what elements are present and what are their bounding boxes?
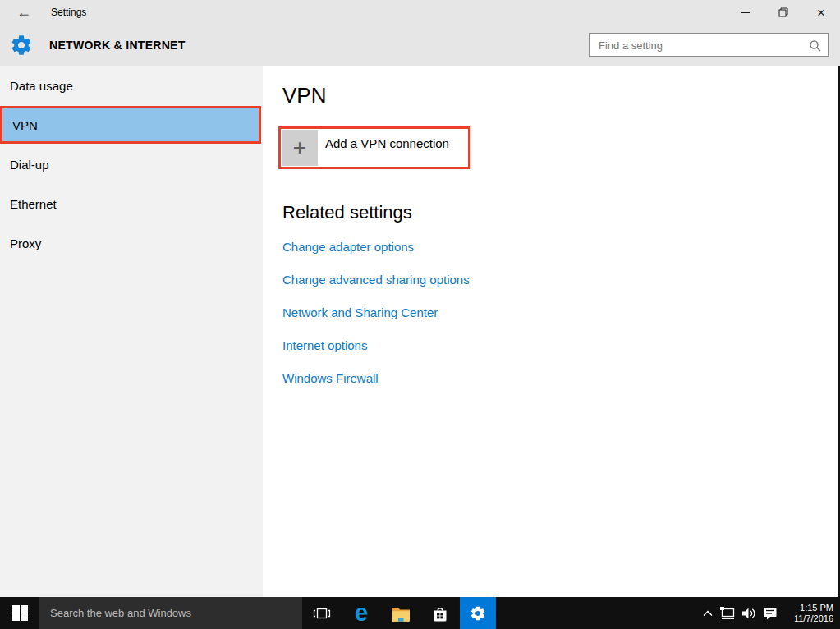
back-button[interactable]: ← xyxy=(11,0,36,25)
sidebar-item-proxy[interactable]: Proxy xyxy=(0,223,263,263)
list-item: Internet options xyxy=(282,328,838,361)
edge-browser-button[interactable]: e xyxy=(342,597,381,629)
edge-icon: e xyxy=(355,601,368,625)
sidebar-item-data-usage[interactable]: Data usage xyxy=(0,66,263,105)
window-title: Settings xyxy=(51,0,86,25)
add-vpn-connection-button[interactable]: + Add a VPN connection xyxy=(278,126,470,169)
settings-window-body: Data usage VPN Dial-up Ethernet Proxy VP… xyxy=(0,66,838,597)
sidebar-item-label: Dial-up xyxy=(10,158,49,172)
settings-gear-icon xyxy=(10,34,33,57)
sidebar-item-ethernet[interactable]: Ethernet xyxy=(0,184,263,223)
page-title: VPN xyxy=(282,82,838,108)
tray-action-center-button[interactable] xyxy=(760,597,781,629)
find-setting-input[interactable] xyxy=(590,34,828,56)
restore-button[interactable] xyxy=(764,0,802,25)
tray-network-button[interactable] xyxy=(717,597,738,629)
related-settings-title: Related settings xyxy=(282,202,838,223)
plus-tile: + xyxy=(282,130,318,166)
close-icon: × xyxy=(817,6,825,20)
titlebar: ← Settings × xyxy=(0,0,840,25)
related-settings-links: Change adapter options Change advanced s… xyxy=(282,230,838,394)
taskbar-clock[interactable]: 1:15 PM 11/7/2016 xyxy=(781,597,840,629)
taskbar-spacer xyxy=(496,597,699,629)
main-content: VPN + Add a VPN connection Related setti… xyxy=(263,66,838,597)
folder-icon xyxy=(390,604,411,622)
list-item: Change adapter options xyxy=(282,230,838,263)
link-network-and-sharing-center[interactable]: Network and Sharing Center xyxy=(282,305,438,319)
sidebar-item-vpn[interactable]: VPN xyxy=(0,106,261,144)
back-arrow-icon: ← xyxy=(16,4,31,21)
minimize-icon xyxy=(741,12,750,13)
taskbar-searchbox[interactable] xyxy=(39,597,302,629)
list-item: Change advanced sharing options xyxy=(282,263,838,296)
sidebar-item-label: Proxy xyxy=(10,236,41,250)
action-center-icon xyxy=(763,606,778,620)
link-internet-options[interactable]: Internet options xyxy=(282,338,367,352)
list-item: Windows Firewall xyxy=(282,361,838,394)
page-category-title: NETWORK & INTERNET xyxy=(49,33,186,57)
restore-icon xyxy=(778,7,788,17)
store-icon xyxy=(430,604,450,623)
store-button[interactable] xyxy=(420,597,460,629)
sidebar: Data usage VPN Dial-up Ethernet Proxy xyxy=(0,66,263,597)
task-view-button[interactable] xyxy=(302,597,342,629)
sidebar-item-label: VPN xyxy=(12,118,38,132)
settings-window-chrome: ← Settings × NETWORK & xyxy=(0,0,840,66)
start-button[interactable] xyxy=(0,597,39,629)
settings-app-button[interactable] xyxy=(460,597,496,629)
sidebar-item-label: Ethernet xyxy=(10,197,57,211)
tray-show-hidden-icons-button[interactable] xyxy=(699,597,717,629)
chevron-up-icon xyxy=(702,609,714,618)
speaker-icon xyxy=(741,607,756,620)
sidebar-item-dial-up[interactable]: Dial-up xyxy=(0,145,263,184)
clock-time: 1:15 PM xyxy=(800,603,833,613)
sidebar-item-label: Data usage xyxy=(10,79,73,93)
link-windows-firewall[interactable]: Windows Firewall xyxy=(282,371,379,385)
clock-date: 11/7/2016 xyxy=(794,613,833,624)
find-setting-searchbox[interactable] xyxy=(589,33,829,57)
tray-volume-button[interactable] xyxy=(738,597,760,629)
taskbar-search-input[interactable] xyxy=(39,597,302,629)
search-icon xyxy=(809,39,822,53)
link-change-adapter-options[interactable]: Change adapter options xyxy=(282,240,414,254)
settings-taskbar-icon xyxy=(470,605,486,622)
list-item: Network and Sharing Center xyxy=(282,296,838,328)
file-explorer-button[interactable] xyxy=(381,597,420,629)
desktop-screen: ← Settings × NETWORK & xyxy=(0,0,840,629)
link-change-advanced-sharing-options[interactable]: Change advanced sharing options xyxy=(282,273,470,287)
close-button[interactable]: × xyxy=(802,0,840,25)
plus-icon: + xyxy=(293,135,306,161)
add-vpn-label: Add a VPN connection xyxy=(325,136,449,150)
task-view-icon xyxy=(312,605,332,622)
window-controls: × xyxy=(727,0,840,25)
minimize-button[interactable] xyxy=(727,0,764,25)
taskbar: e xyxy=(0,597,840,629)
windows-logo-icon xyxy=(12,605,28,621)
network-icon xyxy=(719,606,736,621)
